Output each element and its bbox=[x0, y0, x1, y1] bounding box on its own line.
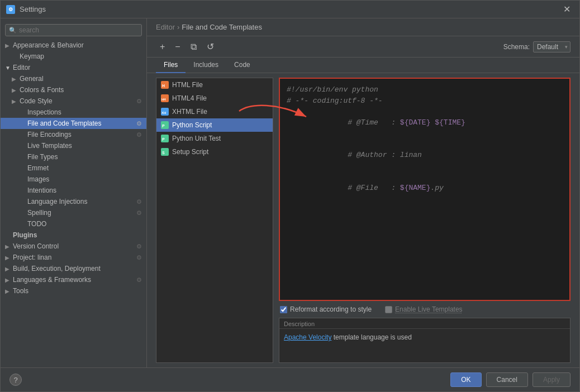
remove-button[interactable]: − bbox=[171, 40, 184, 54]
split-area: H HTML File H4 HTML4 File XH bbox=[147, 73, 579, 367]
tabs-bar: Files Includes Code bbox=[147, 58, 579, 73]
file-item-label: Python Unit Test bbox=[172, 135, 221, 142]
file-item-label: HTML File bbox=[172, 81, 203, 89]
cancel-button[interactable]: Cancel bbox=[486, 372, 528, 387]
sidebar-item-label: Editor bbox=[13, 64, 30, 71]
tab-includes[interactable]: Includes bbox=[186, 58, 226, 73]
sidebar-item-intentions[interactable]: ▶ Intentions bbox=[1, 185, 146, 196]
code-editor[interactable]: #!/usr/bin/env python # -*- coding:utf-8… bbox=[279, 78, 571, 301]
sidebar-item-tools[interactable]: ▶ Tools bbox=[1, 285, 146, 297]
sidebar-item-label: Intentions bbox=[27, 187, 56, 194]
sidebar-item-label: Inspections bbox=[27, 108, 61, 116]
add-button[interactable]: + bbox=[156, 40, 169, 54]
live-templates-label: Enable Live Templates bbox=[395, 305, 463, 313]
schema-wrapper: Default ▾ bbox=[533, 41, 571, 52]
file-item-label: XHTML File bbox=[172, 108, 207, 116]
sidebar-item-filetypes[interactable]: ▶ File Types bbox=[1, 151, 146, 162]
sidebar-item-plugins[interactable]: ▶ Plugins bbox=[1, 230, 146, 241]
sidebar-item-colors[interactable]: ▶ Colors & Fonts bbox=[1, 84, 146, 95]
close-button[interactable]: ✕ bbox=[560, 3, 574, 16]
sidebar-item-label: File Encodings bbox=[27, 131, 72, 138]
settings-window: ⚙ Settings ✕ 🔍 ▶ Appearance & Behavior ▶… bbox=[0, 0, 580, 392]
schema-select[interactable]: Default bbox=[533, 41, 571, 52]
setup-file-icon: S bbox=[161, 148, 169, 156]
svg-text:S: S bbox=[162, 151, 165, 155]
breadcrumb-parent: Editor bbox=[156, 23, 175, 31]
live-templates-checkbox-label[interactable]: Enable Live Templates bbox=[385, 305, 463, 313]
sidebar-item-label: Plugins bbox=[13, 231, 37, 239]
editor-section: #!/usr/bin/env python # -*- coding:utf-8… bbox=[279, 78, 571, 363]
sidebar-item-fileencodings[interactable]: ▶ File Encodings ⚙ bbox=[1, 129, 146, 140]
xhtml-file-icon: XH bbox=[161, 108, 169, 116]
html-file-icon: H bbox=[161, 81, 169, 89]
settings-icon8: ⚙ bbox=[136, 276, 142, 284]
expand-arrow: ▶ bbox=[5, 255, 12, 261]
file-item-html4[interactable]: H4 HTML4 File bbox=[156, 92, 273, 105]
breadcrumb: Editor › File and Code Templates bbox=[147, 18, 579, 36]
sidebar-item-spelling[interactable]: ▶ Spelling ⚙ bbox=[1, 207, 146, 218]
tab-files[interactable]: Files bbox=[156, 58, 186, 73]
settings-icon7: ⚙ bbox=[136, 254, 142, 261]
sidebar-item-label: Appearance & Behavior bbox=[13, 41, 84, 49]
breadcrumb-current: File and Code Templates bbox=[182, 23, 262, 31]
python-file-icon: P bbox=[161, 121, 169, 129]
file-item-xhtml[interactable]: XH XHTML File bbox=[156, 105, 273, 118]
apache-velocity-link[interactable]: Apache Velocity bbox=[284, 333, 331, 341]
expand-arrow: ▼ bbox=[5, 65, 12, 71]
title-bar: ⚙ Settings ✕ bbox=[1, 1, 579, 18]
sidebar-item-project[interactable]: ▶ Project: linan ⚙ bbox=[1, 252, 146, 263]
ok-button[interactable]: OK bbox=[450, 372, 481, 387]
sidebar-item-codestyle[interactable]: ▶ Code Style ⚙ bbox=[1, 95, 146, 107]
expand-arrow: ▶ bbox=[12, 87, 18, 93]
sidebar-item-label: General bbox=[20, 75, 44, 83]
sidebar-item-inspections[interactable]: ▶ Inspections bbox=[1, 107, 146, 118]
file-item-setup[interactable]: S Setup Script bbox=[156, 145, 273, 159]
sidebar-item-keymap[interactable]: ▶ Keymap bbox=[1, 51, 146, 62]
help-button[interactable]: ? bbox=[9, 374, 22, 386]
sidebar-item-label: TODO bbox=[27, 220, 46, 228]
sidebar-item-build[interactable]: ▶ Build, Execution, Deployment bbox=[1, 263, 146, 274]
sidebar-item-filecodetemplates[interactable]: ▶ File and Code Templates ⚙ bbox=[1, 118, 146, 129]
sidebar-item-label: Tools bbox=[13, 287, 28, 295]
search-input[interactable] bbox=[19, 26, 138, 34]
sidebar-item-emmet[interactable]: ▶ Emmet bbox=[1, 162, 146, 174]
file-item-python[interactable]: P Python Script bbox=[156, 118, 273, 132]
expand-arrow: ▶ bbox=[5, 243, 12, 250]
sidebar-item-label: File and Code Templates bbox=[27, 119, 102, 127]
svg-text:H4: H4 bbox=[161, 98, 166, 101]
tab-code[interactable]: Code bbox=[226, 58, 258, 73]
settings-icon2: ⚙ bbox=[136, 120, 142, 127]
sidebar-item-label: Version Control bbox=[13, 242, 59, 250]
copy-button[interactable]: ⧉ bbox=[187, 40, 201, 54]
reset-button[interactable]: ↺ bbox=[203, 40, 218, 54]
sidebar-item-label: Project: linan bbox=[13, 254, 51, 261]
sidebar-item-appearance[interactable]: ▶ Appearance & Behavior bbox=[1, 40, 146, 51]
code-line-3: # @Time : ${DATE} ${TIME} bbox=[287, 106, 563, 139]
sidebar-item-images[interactable]: ▶ Images bbox=[1, 174, 146, 185]
schema-section: Schema: Default ▾ bbox=[503, 41, 571, 52]
sidebar-item-label: Spelling bbox=[27, 209, 51, 217]
description-label: Description bbox=[279, 318, 570, 329]
sidebar-item-label: Build, Execution, Deployment bbox=[13, 265, 101, 273]
live-templates-checkbox[interactable] bbox=[385, 306, 392, 313]
schema-label: Schema: bbox=[503, 43, 530, 51]
sidebar-item-todo[interactable]: ▶ TODO bbox=[1, 218, 146, 230]
file-item-label: Python Script bbox=[172, 121, 212, 129]
file-item-python-unit[interactable]: P Python Unit Test bbox=[156, 132, 273, 145]
sidebar-item-editor[interactable]: ▼ Editor bbox=[1, 62, 146, 73]
sidebar-item-general[interactable]: ▶ General bbox=[1, 73, 146, 84]
reformat-checkbox-label[interactable]: Reformat according to style bbox=[280, 305, 372, 313]
reformat-checkbox[interactable] bbox=[280, 306, 287, 313]
apply-button[interactable]: Apply bbox=[533, 372, 571, 387]
file-item-html[interactable]: H HTML File bbox=[156, 78, 273, 92]
sidebar-item-languages[interactable]: ▶ Languages & Frameworks ⚙ bbox=[1, 274, 146, 285]
sidebar-item-label: Languages & Frameworks bbox=[13, 276, 91, 284]
settings-icon: ⚙ bbox=[136, 98, 142, 105]
expand-arrow: ▶ bbox=[5, 277, 12, 283]
python-unit-file-icon: P bbox=[161, 135, 169, 142]
svg-text:H: H bbox=[162, 84, 165, 88]
sidebar-item-versioncontrol[interactable]: ▶ Version Control ⚙ bbox=[1, 241, 146, 252]
search-box[interactable]: 🔍 bbox=[5, 24, 142, 36]
sidebar-item-langinjections[interactable]: ▶ Language Injections ⚙ bbox=[1, 196, 146, 207]
sidebar-item-livetemplates[interactable]: ▶ Live Templates bbox=[1, 140, 146, 151]
